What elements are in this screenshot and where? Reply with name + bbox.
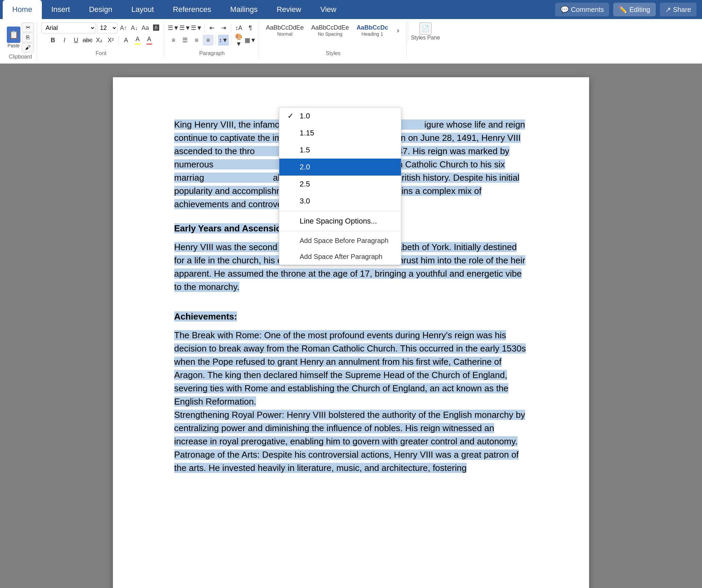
no-check-icon-3 [287, 163, 296, 172]
shrink-font-button[interactable]: A↓ [130, 23, 139, 33]
style-no-spacing[interactable]: AaBbCcDdEe No Spacing [308, 22, 352, 38]
cut-button[interactable]: ✂ [22, 22, 34, 32]
tab-home[interactable]: Home [3, 0, 42, 19]
font-family-select[interactable]: Arial [41, 22, 96, 33]
comment-icon: 💬 [561, 5, 569, 14]
para-row-1: ☰▼ ☰▼ ☰▼ ⇤ ⇥ ↕A ¶ [168, 22, 256, 33]
check-icon: ✓ [287, 112, 296, 120]
dropdown-divider-2 [279, 231, 401, 231]
styles-label: Styles [326, 50, 341, 56]
grow-font-icon: A↑ [120, 24, 127, 31]
paste-icon: 📋 [7, 27, 20, 43]
tab-mailings[interactable]: Mailings [221, 0, 267, 19]
font-separator [118, 35, 119, 45]
pencil-icon: ✏️ [619, 5, 627, 14]
style-heading1[interactable]: AaBbCcDc Heading 1 [353, 22, 391, 38]
paragraph-4[interactable]: Strengthening Royal Power: Henry VIII bo… [174, 408, 528, 448]
spacing-1-5-option[interactable]: 1.5 [279, 142, 401, 159]
align-center-button[interactable]: ☰ [180, 35, 190, 46]
copy-icon: ⎘ [26, 34, 30, 40]
shrink-font-icon: A↓ [131, 24, 138, 31]
share-icon: ↗ [665, 5, 671, 14]
highlight-color-button[interactable]: A [132, 35, 143, 46]
tab-insert[interactable]: Insert [42, 0, 80, 19]
shading-button[interactable]: 🎨▼ [233, 35, 244, 46]
align-right-button[interactable]: ≡ [191, 35, 202, 46]
align-left-button[interactable]: ≡ [168, 35, 179, 46]
paragraph-3[interactable]: The Break with Rome: One of the most pro… [174, 329, 528, 408]
spacing-1-0-option[interactable]: ✓ 1.0 [279, 108, 401, 125]
tab-bar: Home Insert Design Layout References Mai… [0, 0, 702, 19]
format-painter-icon: 🖌 [25, 45, 31, 51]
add-space-before-option[interactable]: Add Space Before Paragraph [279, 233, 401, 249]
font-color-button[interactable]: A [144, 35, 155, 46]
font-label: Font [96, 50, 106, 56]
font-size-select[interactable]: 12 [97, 22, 117, 33]
clipboard-sub: ✂ ⎘ 🖌 [22, 22, 34, 52]
bold-button[interactable]: B [48, 35, 58, 46]
tab-review[interactable]: Review [267, 0, 311, 19]
font-row-1: Arial 12 A↑ A↓ Aa 🅰 [41, 22, 161, 33]
spacing-2-0-option[interactable]: 2.0 [279, 159, 401, 176]
styles-pane-icon: 📄 [419, 22, 432, 35]
increase-indent-button[interactable]: ⇥ [218, 22, 229, 33]
comments-button[interactable]: 💬 Comments [555, 3, 609, 16]
strikethrough-button[interactable]: abc [82, 35, 93, 46]
clear-formatting-button[interactable]: 🅰 [151, 23, 161, 33]
para-sep1 [204, 23, 204, 33]
style-no-spacing-preview: AaBbCcDdEe [311, 24, 349, 31]
subscript-button[interactable]: X₂ [94, 35, 105, 46]
format-painter-button[interactable]: 🖌 [22, 43, 34, 52]
style-heading1-preview: AaBbCcDc [356, 24, 388, 31]
para4-text: Strengthening Royal Power: Henry VIII bo… [174, 410, 525, 446]
font-color-icon: A [147, 36, 151, 43]
spacing-3-0-option[interactable]: 3.0 [279, 193, 401, 210]
styles-more-button[interactable]: › [392, 25, 403, 36]
cut-icon: ✂ [26, 24, 30, 31]
add-space-after-option[interactable]: Add Space After Paragraph [279, 249, 401, 265]
decrease-indent-button[interactable]: ⇤ [206, 22, 217, 33]
bullets-button[interactable]: ☰▼ [168, 22, 179, 33]
share-button[interactable]: ↗ Share [660, 3, 697, 16]
paste-button[interactable]: 📋 Paste [7, 27, 20, 48]
tab-design[interactable]: Design [80, 0, 122, 19]
no-check-icon [287, 129, 296, 137]
document-area: King Henry VIII, the infamous monarch of… [0, 64, 702, 588]
multilevel-button[interactable]: ☰▼ [191, 22, 202, 33]
spacing-1-15-option[interactable]: 1.15 [279, 125, 401, 142]
style-normal-preview: AaBbCcDdEe [266, 24, 304, 31]
heading-2-para[interactable]: Achievements: [174, 310, 528, 323]
styles-pane-button[interactable]: 📄 Styles Pane [408, 21, 442, 42]
editing-button[interactable]: ✏️ Editing [613, 3, 655, 16]
text-effects-button[interactable]: A [121, 35, 132, 46]
borders-button[interactable]: ▦▼ [245, 35, 256, 46]
spacing-2-5-option[interactable]: 2.5 [279, 176, 401, 193]
change-case-button[interactable]: Aa [140, 23, 150, 33]
dropdown-divider [279, 211, 401, 211]
paragraph-label: Paragraph [199, 50, 225, 56]
style-normal[interactable]: AaBbCcDdEe Normal [263, 22, 307, 38]
header-right: 💬 Comments ✏️ Editing ↗ Share [555, 0, 702, 19]
tab-layout[interactable]: Layout [122, 0, 163, 19]
paragraph-5[interactable]: Patronage of the Arts: Despite his contr… [174, 448, 528, 475]
underline-button[interactable]: U [71, 35, 82, 46]
grow-font-button[interactable]: A↑ [119, 23, 128, 33]
sort-button[interactable]: ↕A [233, 22, 244, 33]
ribbon: 📋 Paste ✂ ⎘ 🖌 Clipboard Arial [0, 19, 702, 64]
show-hide-button[interactable]: ¶ [245, 22, 256, 33]
numbering-button[interactable]: ☰▼ [180, 22, 190, 33]
styles-group: AaBbCcDdEe Normal AaBbCcDdEe No Spacing … [260, 21, 406, 58]
italic-button[interactable]: I [59, 35, 70, 46]
justify-button[interactable]: ≡ [203, 35, 214, 46]
styles-gallery: AaBbCcDdEe Normal AaBbCcDdEe No Spacing … [263, 22, 403, 38]
clipboard-group: 📋 Paste ✂ ⎘ 🖌 Clipboard [4, 21, 37, 61]
copy-button[interactable]: ⎘ [22, 33, 34, 42]
tab-references[interactable]: References [163, 0, 221, 19]
line-spacing-button[interactable]: ↕▼ [218, 35, 229, 46]
highlight-icon: A [135, 36, 139, 43]
no-check-icon-4 [287, 180, 296, 189]
para-sep2 [231, 23, 231, 33]
line-spacing-options-item[interactable]: Line Spacing Options... [279, 213, 401, 230]
superscript-button[interactable]: X² [105, 35, 116, 46]
tab-view[interactable]: View [311, 0, 346, 19]
